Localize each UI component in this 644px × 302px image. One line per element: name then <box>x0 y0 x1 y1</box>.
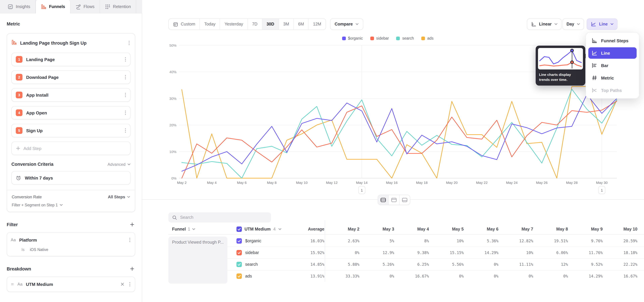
date-column-header[interactable]: May 9 <box>568 227 602 232</box>
date-column-header[interactable]: May 7 <box>498 227 533 232</box>
chevron-down-icon <box>127 196 130 198</box>
chevron-down-icon <box>60 204 63 206</box>
series-name-cell[interactable]: search <box>230 262 294 267</box>
tab-retention[interactable]: Retention <box>100 0 136 13</box>
advanced-dropdown[interactable]: Advanced <box>108 162 130 166</box>
all-steps-dropdown[interactable]: All Steps <box>108 194 130 199</box>
step-label: Sign Up <box>26 128 120 133</box>
svg-text:May 12: May 12 <box>326 181 338 184</box>
range-12m[interactable]: 12M <box>309 19 326 30</box>
add-step-button[interactable]: Add Step <box>12 142 130 155</box>
retention-icon <box>105 4 110 9</box>
funnel-step[interactable]: 3App Install <box>12 88 130 102</box>
checkbox-checked[interactable] <box>236 274 242 279</box>
funnel-column-header[interactable]: Funnel 1 <box>168 227 230 232</box>
scale-dropdown[interactable]: Linear <box>527 18 561 30</box>
date-column-header[interactable]: May 4 <box>394 227 429 232</box>
breakdown-column-header[interactable]: UTM Medium 4 <box>230 226 294 232</box>
kebab-icon[interactable] <box>124 56 127 62</box>
funnel-name-cell[interactable]: Product Viewed through P... <box>168 236 228 284</box>
tab-insights[interactable]: Insights <box>3 0 36 13</box>
top-panel-view-button[interactable] <box>389 195 400 205</box>
cell-value: 0% <box>464 262 498 267</box>
kebab-icon[interactable] <box>128 237 131 243</box>
filter-property: Platform <box>19 238 125 242</box>
cell-value: 0% <box>464 274 498 278</box>
range-3m[interactable]: 3M <box>279 19 294 30</box>
series-name-cell[interactable]: ads <box>230 274 294 279</box>
tab-funnels[interactable]: Funnels <box>36 0 70 14</box>
cell-value: 22.22% <box>603 262 638 267</box>
date-column-header[interactable]: May 3 <box>360 227 394 232</box>
filter-card[interactable]: Aa Platform Is iOS Native <box>7 232 135 256</box>
kebab-icon[interactable] <box>124 110 127 116</box>
range-6m[interactable]: 6M <box>294 19 309 30</box>
legend-item-sidebar[interactable]: sidebar <box>370 36 389 40</box>
funnel-step[interactable]: 2Download Page <box>12 70 130 84</box>
drag-handle-icon[interactable] <box>11 282 14 286</box>
range-30d[interactable]: 30D <box>262 19 279 30</box>
close-icon[interactable] <box>120 282 125 287</box>
kebab-icon[interactable] <box>124 74 127 80</box>
series-name-cell[interactable]: $organic <box>230 238 294 244</box>
range-yesterday[interactable]: Yesterday <box>220 19 248 30</box>
tab-flows[interactable]: Flows <box>70 0 100 13</box>
funnel-step[interactable]: 5Sign Up <box>12 124 130 137</box>
funnel-step[interactable]: 4App Open <box>12 106 130 120</box>
cell-value: 33.33% <box>325 274 360 278</box>
search-input[interactable]: Search <box>168 212 271 222</box>
menu-item-metric[interactable]: Metric <box>588 72 636 84</box>
range-custom[interactable]: Custom <box>169 19 200 30</box>
menu-item-label: Line <box>601 50 610 56</box>
checkbox-checked[interactable] <box>236 238 242 244</box>
date-column-header[interactable]: May 6 <box>464 227 498 232</box>
funnels-analytics-app: InsightsFunnelsFlowsRetention Metric Lan… <box>0 0 644 302</box>
legend-item-ads[interactable]: ads <box>421 36 434 40</box>
kebab-icon[interactable] <box>128 40 130 46</box>
series-name-cell[interactable]: sidebar <box>230 250 294 255</box>
svg-text:1: 1 <box>361 188 363 192</box>
kebab-icon[interactable] <box>124 128 127 134</box>
kebab-icon[interactable] <box>128 281 131 287</box>
date-column-header[interactable]: May 2 <box>325 227 360 232</box>
range-7d[interactable]: 7D <box>248 19 262 30</box>
annotation-badge[interactable]: 1 <box>598 186 605 194</box>
metric-section-label: Metric <box>7 22 135 26</box>
add-breakdown-button[interactable] <box>129 266 135 272</box>
checkbox-checked[interactable] <box>236 226 242 232</box>
date-column-header[interactable]: May 5 <box>429 227 464 232</box>
checkbox-checked[interactable] <box>236 262 242 267</box>
cell-value: 10% <box>498 250 533 255</box>
split-view-button[interactable] <box>378 195 389 205</box>
funnel-step[interactable]: 1Landing Page <box>12 53 130 66</box>
legend-item-search[interactable]: search <box>396 36 414 40</box>
cell-value: 16.67% <box>603 274 638 278</box>
date-column-header[interactable]: May 10 <box>603 227 638 232</box>
filter-value[interactable]: iOS Native <box>30 248 48 252</box>
step-label: Landing Page <box>26 57 120 62</box>
svg-text:20%: 20% <box>170 123 176 127</box>
step-number-badge: 3 <box>16 92 22 98</box>
annotation-badge[interactable]: 1 <box>358 186 365 194</box>
checkbox-checked[interactable] <box>236 250 242 255</box>
legend-label: search <box>402 36 414 40</box>
menu-item-funnel-steps[interactable]: Funnel Steps <box>588 35 636 46</box>
breakdown-card[interactable]: Aa UTM Medium <box>7 276 135 292</box>
kebab-icon[interactable] <box>124 92 127 98</box>
conversion-window-button[interactable]: Within 7 days <box>12 171 130 184</box>
svg-text:May 4: May 4 <box>207 181 217 184</box>
interval-dropdown[interactable]: Day <box>562 18 584 30</box>
compare-button[interactable]: Compare <box>330 18 363 30</box>
date-column-header[interactable]: May 8 <box>533 227 568 232</box>
legend-item-organic[interactable]: $organic <box>342 36 363 40</box>
filter-operator[interactable]: Is <box>22 248 24 252</box>
cell-value: 11.76% <box>568 250 602 255</box>
chart-type-dropdown[interactable]: Line <box>587 18 617 30</box>
menu-item-bar[interactable]: Bar <box>588 60 636 71</box>
bottom-panel-view-button[interactable] <box>400 195 410 205</box>
add-filter-button[interactable] <box>129 222 135 228</box>
range-today[interactable]: Today <box>200 19 220 30</box>
filter-segment-dropdown[interactable]: Filter + Segment on Step 1 <box>12 203 130 207</box>
table-row: search14.85%5.88%5.26%6.25%5.56%0%11.11%… <box>168 258 644 270</box>
menu-item-line[interactable]: Line <box>588 47 636 59</box>
